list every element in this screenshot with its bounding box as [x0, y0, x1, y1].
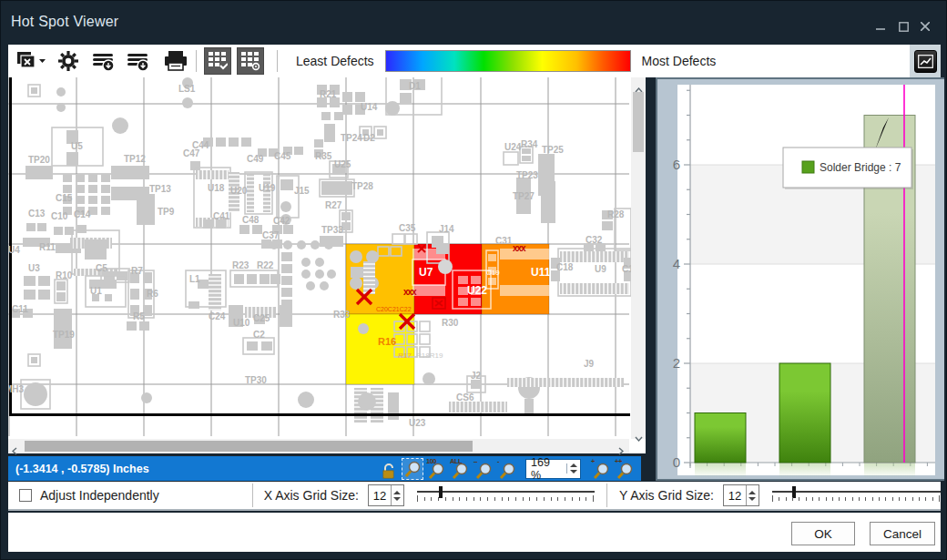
svg-text:R10: R10 [56, 270, 73, 280]
pcb-canvas[interactable]: LS1U5TP20TP12TP13TP9C15C13C10C14R11U4U3R… [8, 77, 646, 453]
bar-solder-bridge[interactable] [695, 413, 746, 463]
svg-text:L1: L1 [189, 274, 200, 284]
settings-button[interactable] [57, 47, 79, 75]
svg-text:U23: U23 [409, 418, 426, 428]
x-slider-thumb[interactable] [439, 486, 443, 498]
defect-bar-chart[interactable]: 0246Solder Bridge : 7 [657, 79, 944, 479]
svg-text:U14: U14 [361, 102, 378, 112]
grid-settings-button[interactable] [237, 47, 264, 75]
svg-text:C18: C18 [556, 262, 574, 272]
vertical-scroll-thumb[interactable] [633, 92, 644, 152]
svg-text:J15: J15 [294, 186, 310, 196]
zoom-rectangle-button[interactable] [402, 458, 423, 480]
svg-text:R35: R35 [315, 151, 332, 161]
adjust-independently-checkbox[interactable] [19, 489, 32, 502]
copy-board-button[interactable] [15, 47, 46, 75]
toolbar-separator [196, 50, 197, 72]
svg-text:MH3: MH3 [8, 384, 25, 394]
svg-text:R5: R5 [133, 311, 145, 321]
defect-color-gradient [385, 50, 631, 72]
cancel-button[interactable]: Cancel [870, 522, 935, 545]
svg-text:TP24: TP24 [341, 133, 362, 143]
svg-text:C48: C48 [242, 215, 260, 225]
lock-zoom-button[interactable] [378, 458, 400, 480]
most-defects-label: Most Defects [642, 54, 717, 68]
svg-text:LS1: LS1 [178, 84, 196, 94]
svg-text:C19: C19 [486, 269, 500, 277]
svg-text:C14: C14 [74, 209, 91, 219]
grid-size-controls: Adjust Independently X Axis Grid Size: 1… [8, 482, 941, 511]
svg-text:C24: C24 [209, 311, 226, 321]
svg-text:U4: U4 [8, 245, 20, 255]
svg-text:R21: R21 [320, 89, 337, 99]
svg-text:J9: J9 [584, 359, 595, 369]
svg-text:TP12: TP12 [124, 154, 146, 164]
export-defects-button[interactable] [92, 47, 116, 75]
zoom-in-button[interactable]: + [590, 458, 612, 480]
close-button[interactable] [915, 19, 935, 34]
y-axis-grid-size-slider[interactable] [772, 486, 941, 504]
x-axis-grid-size-slider[interactable] [417, 486, 595, 504]
padlock-icon [382, 463, 396, 480]
svg-text:R27: R27 [325, 200, 342, 210]
svg-text:J2: J2 [471, 371, 482, 381]
x-axis-grid-size-spinner[interactable]: 12 [368, 484, 404, 506]
zoom-spin-down[interactable] [570, 470, 577, 473]
ok-button[interactable]: OK [791, 522, 855, 545]
zoom-percent-spinner[interactable]: 169 % [525, 459, 581, 479]
svg-text:U10: U10 [233, 318, 250, 328]
chevron-down-icon [635, 436, 643, 442]
svg-text:U1: U1 [90, 286, 102, 296]
export-report-button[interactable] [127, 47, 150, 75]
horizontal-scroll-thumb[interactable] [25, 441, 473, 452]
print-button[interactable] [163, 47, 188, 75]
y-spin-down[interactable] [748, 497, 756, 501]
y-spin-up[interactable] [748, 491, 756, 494]
svg-text:CS6: CS6 [456, 392, 474, 402]
svg-text:U24: U24 [504, 142, 522, 152]
svg-text:U9: U9 [595, 264, 606, 274]
minimize-button[interactable] [871, 19, 891, 34]
svg-text:C47: C47 [183, 148, 200, 158]
svg-text:U3: U3 [28, 263, 40, 273]
defect-chart-panel: 0246Solder Bridge : 7 [656, 77, 944, 481]
svg-text:R6: R6 [147, 289, 158, 299]
svg-text:R22: R22 [257, 260, 274, 270]
magnifier-minus-icon [498, 462, 516, 480]
svg-text:C25: C25 [253, 313, 270, 323]
chart-toggle-area [910, 45, 941, 77]
zoom-out-step-button[interactable]: -- [473, 458, 494, 480]
chart-tooltip: Solder Bridge : 7 [783, 148, 913, 189]
svg-text:C42: C42 [273, 216, 290, 226]
gear-icon [57, 50, 79, 72]
dialog-footer: OK Cancel [8, 513, 941, 552]
svg-text:C41: C41 [213, 211, 230, 221]
magnifier-plus-icon [592, 462, 610, 480]
zoom-spin-up[interactable] [570, 463, 577, 467]
title-bar: Hot Spot Viewer [1, 1, 947, 43]
zoom-100-button[interactable]: 100 [425, 458, 447, 480]
svg-text:C11: C11 [12, 304, 28, 314]
svg-text:R11: R11 [39, 242, 56, 252]
svg-text:xxx: xxx [513, 243, 526, 253]
svg-text:R18R19: R18R19 [416, 351, 443, 360]
svg-text:C13: C13 [28, 209, 46, 219]
zoom-in-fast-button[interactable]: ++ [614, 458, 636, 480]
x-spin-down[interactable] [393, 497, 401, 501]
grid-apply-button[interactable] [204, 47, 231, 75]
chart-toggle-button[interactable] [914, 50, 937, 73]
zoom-all-button[interactable]: ALL [449, 458, 471, 480]
svg-text:C2: C2 [253, 330, 265, 340]
svg-text:C10: C10 [51, 211, 68, 221]
svg-text:Solder Bridge : 7: Solder Bridge : 7 [820, 161, 901, 174]
y-axis-grid-size-spinner[interactable]: 12 [723, 484, 759, 506]
zoom-out-button[interactable]: - [496, 458, 518, 480]
scroll-down-arrow[interactable] [635, 429, 643, 445]
defect-list-icon [92, 50, 116, 72]
maximize-button[interactable] [893, 19, 913, 34]
bar-solder-bridge[interactable] [779, 363, 830, 463]
svg-text:R7: R7 [131, 266, 143, 276]
x-spin-up[interactable] [393, 491, 401, 494]
magnifier-icon [403, 461, 422, 479]
svg-text:C5: C5 [96, 263, 107, 273]
